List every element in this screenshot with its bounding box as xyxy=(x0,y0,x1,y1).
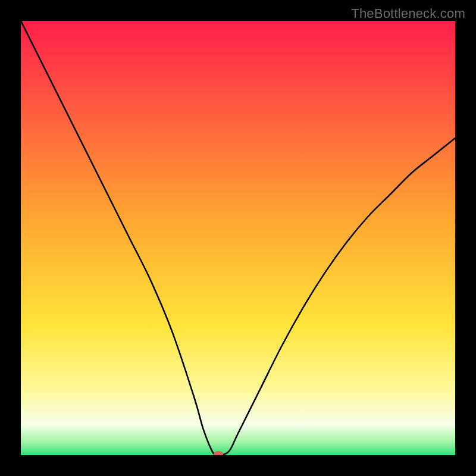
plot-area xyxy=(21,21,455,455)
chart-frame: TheBottleneck.com xyxy=(0,0,476,476)
gradient-background xyxy=(21,21,455,455)
chart-svg xyxy=(21,21,455,455)
watermark-text: TheBottleneck.com xyxy=(351,6,465,21)
